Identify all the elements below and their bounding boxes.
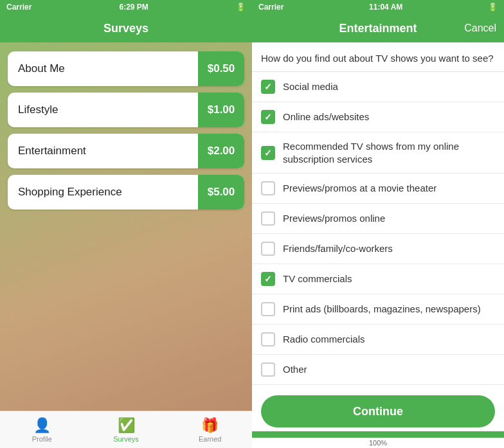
option-row-2[interactable]: Recommended TV shows from my online subs… — [252, 132, 504, 174]
option-row-6[interactable]: TV commercials — [252, 264, 504, 294]
checkbox-5[interactable] — [261, 242, 275, 256]
option-row-1[interactable]: Online ads/websites — [252, 102, 504, 132]
option-label-7: Print ads (billboards, magazines, newspa… — [283, 303, 481, 316]
survey-item-3[interactable]: Shopping Experience $5.00 — [8, 175, 244, 210]
option-label-8: Radio commercials — [283, 333, 365, 346]
left-panel: Carrier 6:29 PM 🔋 Surveys About Me $0.50… — [0, 0, 252, 448]
survey-price-1: $1.00 — [198, 93, 244, 127]
option-label-5: Friends/family/co-workers — [283, 242, 393, 255]
progress-label: 100% — [252, 438, 504, 448]
tab-surveys[interactable]: ✅ Surveys — [84, 411, 168, 448]
checkbox-8[interactable] — [261, 332, 275, 346]
checkbox-3[interactable] — [261, 181, 275, 195]
checkbox-4[interactable] — [261, 211, 275, 226]
nav-title-right: Entertainment — [339, 22, 417, 35]
checkbox-9[interactable] — [261, 363, 275, 377]
continue-button[interactable]: Continue — [261, 395, 495, 427]
option-row-4[interactable]: Previews/promos online — [252, 204, 504, 234]
profile-icon: 👤 — [33, 417, 51, 434]
survey-price-3: $5.00 — [198, 175, 244, 210]
status-bar-right: Carrier 11:04 AM 🔋 — [252, 0, 504, 14]
checkbox-1[interactable] — [261, 110, 275, 124]
question-text: How do you find out about TV shows you w… — [252, 42, 504, 72]
survey-label-2: Entertainment — [18, 145, 86, 157]
survey-item-1[interactable]: Lifestyle $1.00 — [8, 93, 244, 127]
carrier-right: Carrier — [258, 3, 284, 12]
continue-bar: Continue — [252, 389, 504, 431]
survey-price-2: $2.00 — [198, 134, 244, 168]
survey-label-0: About Me — [18, 62, 65, 75]
option-row-0[interactable]: Social media — [252, 72, 504, 102]
survey-price-0: $0.50 — [198, 51, 244, 86]
survey-item-2[interactable]: Entertainment $2.00 — [8, 134, 244, 168]
tab-earned[interactable]: 🎁 Earned — [168, 411, 252, 448]
option-row-7[interactable]: Print ads (billboards, magazines, newspa… — [252, 294, 504, 325]
status-bar-left: Carrier 6:29 PM 🔋 — [0, 0, 252, 14]
survey-label-3: Shopping Experience — [18, 186, 122, 199]
option-label-6: TV commercials — [283, 273, 352, 285]
tab-profile-label: Profile — [32, 435, 52, 443]
option-row-5[interactable]: Friends/family/co-workers — [252, 234, 504, 264]
carrier-left: Carrier — [6, 3, 32, 12]
option-label-1: Online ads/websites — [283, 111, 369, 123]
checkbox-7[interactable] — [261, 302, 275, 316]
checkbox-6[interactable] — [261, 272, 275, 286]
progress-bar-fill — [252, 431, 504, 438]
option-label-0: Social media — [283, 80, 338, 93]
tab-earned-label: Earned — [199, 435, 221, 443]
option-label-4: Previews/promos online — [283, 212, 385, 225]
checkbox-2[interactable] — [261, 146, 275, 160]
time-right: 11:04 AM — [369, 3, 402, 12]
survey-list: About Me $0.50 Lifestyle $1.00 Entertain… — [0, 42, 252, 411]
survey-item-0[interactable]: About Me $0.50 — [8, 51, 244, 86]
tab-profile[interactable]: 👤 Profile — [0, 411, 84, 448]
checkbox-0[interactable] — [261, 80, 275, 94]
nav-title-left: Surveys — [104, 22, 148, 35]
option-label-9: Other — [283, 363, 307, 376]
progress-bar-container — [252, 431, 504, 438]
tab-surveys-label: Surveys — [113, 435, 139, 443]
cancel-button[interactable]: Cancel — [464, 22, 496, 34]
battery-right: 🔋 — [488, 3, 498, 12]
right-panel: Carrier 11:04 AM 🔋 Entertainment Cancel … — [252, 0, 504, 448]
option-label-3: Previews/promos at a movie theater — [283, 182, 437, 195]
tab-bar-left: 👤 Profile ✅ Surveys 🎁 Earned — [0, 411, 252, 448]
option-row-8[interactable]: Radio commercials — [252, 325, 504, 355]
option-label-2: Recommended TV shows from my online subs… — [283, 140, 495, 165]
surveys-icon: ✅ — [118, 417, 135, 434]
battery-left: 🔋 — [236, 3, 246, 12]
time-left: 6:29 PM — [120, 3, 148, 12]
options-list: Social media Online ads/websites Recomme… — [252, 72, 504, 389]
earned-icon: 🎁 — [201, 417, 219, 434]
survey-label-1: Lifestyle — [18, 103, 58, 116]
nav-bar-right: Entertainment Cancel — [252, 14, 504, 42]
option-row-3[interactable]: Previews/promos at a movie theater — [252, 174, 504, 204]
nav-bar-left: Surveys — [0, 14, 252, 42]
option-row-9[interactable]: Other — [252, 355, 504, 385]
